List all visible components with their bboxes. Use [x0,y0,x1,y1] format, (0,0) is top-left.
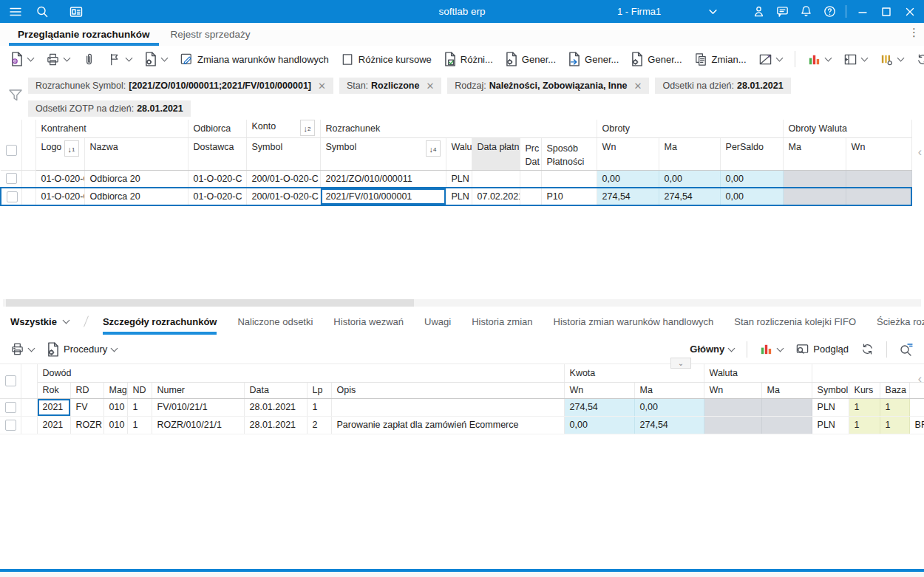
col-header-waluta[interactable]: Walut [446,137,472,170]
cell-nd[interactable]: 1 [127,416,152,434]
cell-dostawca[interactable]: 01-O-020-C [188,188,246,205]
select-all-checkbox[interactable] [5,375,16,386]
tab-historia-wezwan[interactable]: Historia wezwań [333,308,404,335]
cell-rok-focused[interactable]: 2021 [37,398,70,416]
cell-kurs[interactable]: 1 [849,398,880,416]
maximize-button[interactable] [875,2,897,21]
col-header-waluta-wn[interactable]: Wn [846,137,911,170]
preview-button[interactable]: Podgląd [791,339,853,359]
cell-data-platnosci[interactable]: 07.02.2021 [472,188,520,205]
col-header-persaldo[interactable]: PerSaldo [720,137,783,170]
col-header-nazwa[interactable]: Nazwa [84,137,188,170]
collapse-panel-icon[interactable]: ‹ [918,373,922,385]
cell-sposob[interactable] [541,170,597,188]
group-header-rozrachunek[interactable]: Rozrachunek [320,120,597,137]
cell-lp[interactable]: 1 [307,398,331,416]
cell-rd[interactable]: ROZR [70,416,103,434]
cell-waluta-ma[interactable] [761,416,812,434]
cell-nd[interactable]: 1 [127,398,152,416]
cell-opis[interactable] [331,398,564,416]
cell-numer[interactable]: FV/010/21/1 [152,398,244,416]
cell-waluta-ma[interactable] [761,398,812,416]
cell-numer[interactable]: ROZR/010/21/1 [152,416,244,434]
group-header-waluta[interactable]: Waluta [704,364,812,382]
cell-sposob[interactable]: P10 [541,188,597,205]
cell-data[interactable]: 28.01.2021 [244,416,307,434]
col-header-numer[interactable]: Numer [152,382,244,398]
col-header-obroty-ma[interactable]: Ma [659,137,720,170]
col-header-waluta-wn[interactable]: Wn [704,382,761,398]
col-header-waluta-ma[interactable]: Ma [783,137,846,170]
attachments-button[interactable] [78,49,101,69]
tab-rejestr-sprzedazy[interactable]: Rejestr sprzedaży [160,23,261,46]
tab-uwagi[interactable]: Uwagi [424,308,451,335]
cell-nazwa[interactable]: Odbiorca 20 [84,188,188,205]
export-info-button[interactable] [6,49,38,69]
sort-indicator[interactable]: ↓4 [426,140,441,157]
send-mail-button[interactable] [754,49,787,69]
cell-symbol[interactable]: PLN [812,398,849,416]
filter-chip-rodzaj[interactable]: Rodzaj: Należności, Zobowiązania, Inne ✕ [447,78,649,94]
scroll-tabs-button[interactable]: ⌄ [670,358,691,369]
detail-refresh-button[interactable] [856,339,879,359]
group-header-konto[interactable]: Konto↓2 [246,120,320,137]
change-trade-terms-button[interactable]: Zmiana warunków handlowych [175,49,333,69]
table-row[interactable]: 2021 FV 010 1 FV/010/21/1 28.01.2021 1 2… [0,398,924,416]
cell-prc[interactable] [520,170,541,188]
refresh-button[interactable] [911,49,924,69]
col-header-data-platnosci[interactable]: Data płatn↓3 [472,137,520,170]
col-header-kurs[interactable]: Kurs [849,382,880,398]
cell-kwota-wn[interactable]: 274,54 [564,398,634,416]
col-header-rd[interactable]: RD [70,382,103,398]
col-header-prc[interactable]: PrcDat [520,137,541,170]
cell-kwota-wn[interactable]: 0,00 [564,416,634,434]
group-header-kontrahent[interactable]: Kontrahent [35,120,188,137]
company-selector[interactable]: 1 - Firma1 [617,6,717,17]
user-button[interactable] [747,2,770,21]
messages-button[interactable] [771,2,793,21]
col-header-obroty-wn[interactable]: Wn [597,137,659,170]
detail-search-filter-button[interactable] [894,339,918,360]
cell-wn[interactable]: 274,54 [597,188,659,205]
cell-mag[interactable]: 010 [103,416,127,434]
cell-waluta-wn[interactable] [846,188,911,205]
search-button[interactable] [31,2,53,21]
cell-ma[interactable]: 0,00 [659,170,720,188]
tab-historia-zmian[interactable]: Historia zmian [472,308,532,335]
exchange-differences-button[interactable]: Różnice kursowe [336,49,436,69]
cell-clipped[interactable] [909,398,924,416]
select-all-checkbox[interactable] [6,145,17,156]
col-header-symbol-rozrachunek[interactable]: Symbol↓4 [320,137,446,170]
cell-rd[interactable]: FV [70,398,103,416]
tab-szczegoly-rozrachunkow[interactable]: Szczegóły rozrachunków [103,308,217,335]
generate-button-1[interactable]: Gener... [500,49,560,69]
help-button[interactable] [818,2,840,21]
cell-kwota-ma[interactable]: 0,00 [634,398,704,416]
col-header-waluta-ma[interactable]: Ma [761,382,812,398]
tab-naliczone-odsetki[interactable]: Naliczone odsetki [237,308,313,335]
panel-layout-button[interactable] [839,49,872,69]
cell-waluta-wn[interactable] [704,416,761,434]
cell-data-platnosci[interactable] [472,170,520,188]
scrollbar-thumb[interactable] [6,299,414,307]
differences-button[interactable]: Różni... [439,49,497,69]
tab-stan-rozliczenia-fifo[interactable]: Stan rozliczenia kolejki FIFO [734,308,856,335]
cell-waluta-ma[interactable] [783,188,846,205]
filter-chip-odsetki[interactable]: Odsetki na dzień: 28.01.2021 [655,78,790,94]
filter-chip-rozrachunek-symbol[interactable]: Rozrachunek Symbol: [2021/ZO/010/000011;… [28,78,333,94]
cell-logo[interactable]: 01-O-020-C [35,188,84,205]
tab-historia-zmian-warunkow[interactable]: Historia zmian warunków handlowych [554,308,714,335]
filter-funnel-button[interactable] [7,87,24,106]
cell-opis[interactable]: Parowanie zapłat dla zamówień Ecommerce [331,416,564,434]
remove-filter-icon[interactable]: ✕ [634,81,642,91]
col-header-lp[interactable]: Lp [307,382,331,398]
row-checkbox[interactable] [5,420,16,431]
cell-konto-symbol[interactable]: 200/01-O-020-C [246,188,320,205]
cell-clipped[interactable]: BR [909,416,924,434]
cell-konto-symbol[interactable]: 200/01-O-020-C [246,170,320,188]
cell-waluta-ma[interactable] [783,170,846,188]
cell-persaldo[interactable]: 0,00 [720,170,783,188]
cell-lp[interactable]: 2 [307,416,331,434]
col-header-sposob-platnosci[interactable]: SposóbPłatności [541,137,597,170]
row-checkbox[interactable] [7,191,18,202]
